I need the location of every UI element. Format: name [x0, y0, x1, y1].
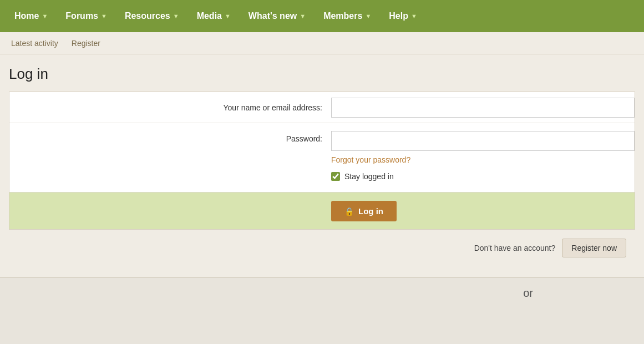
sec-nav-register[interactable]: Register: [65, 32, 107, 54]
nav-forums[interactable]: Forums ▼: [57, 0, 116, 32]
nav-home[interactable]: Home ▼: [6, 0, 57, 32]
register-now-button[interactable]: Register now: [562, 239, 626, 257]
secondary-nav: Latest activity Register: [0, 32, 644, 54]
nav-members-arrow: ▼: [365, 13, 371, 19]
or-section: or: [0, 277, 644, 308]
nav-media-arrow: ▼: [225, 13, 231, 19]
nav-help-label: Help: [389, 11, 408, 21]
nav-members[interactable]: Members ▼: [315, 0, 380, 32]
password-field-row: Password: Forgot your password? Stay log…: [9, 123, 635, 193]
password-input[interactable]: [331, 131, 635, 151]
nav-forums-label: Forums: [65, 11, 98, 21]
login-button[interactable]: 🔒 Log in: [331, 201, 397, 221]
or-text: or: [523, 287, 533, 299]
name-label: Your name or email address:: [9, 103, 331, 112]
sec-nav-latest-activity[interactable]: Latest activity: [4, 32, 65, 54]
nav-help-arrow: ▼: [411, 13, 417, 19]
form-action-bar: 🔒 Log in: [9, 193, 635, 229]
password-label: Password:: [9, 131, 331, 143]
name-input[interactable]: [331, 98, 635, 118]
nav-home-label: Home: [14, 11, 39, 21]
stay-logged-label[interactable]: Stay logged in: [344, 172, 394, 181]
nav-media[interactable]: Media ▼: [188, 0, 240, 32]
nav-members-label: Members: [323, 11, 362, 21]
lock-icon: 🔒: [344, 207, 354, 216]
nav-whats-new[interactable]: What's new ▼: [240, 0, 315, 32]
register-section: Don't have an account? Register now: [9, 230, 635, 266]
nav-resources-label: Resources: [125, 11, 170, 21]
nav-whats-new-label: What's new: [249, 11, 297, 21]
password-input-cell: Forgot your password? Stay logged in: [331, 131, 635, 192]
nav-resources-arrow: ▼: [173, 13, 179, 19]
nav-home-arrow: ▼: [42, 13, 48, 19]
page-content: Log in Your name or email address: Passw…: [0, 54, 644, 277]
forgot-password-link[interactable]: Forgot your password?: [331, 155, 635, 164]
nav-help[interactable]: Help ▼: [380, 0, 426, 32]
name-input-cell: [331, 98, 635, 118]
top-nav: Home ▼ Forums ▼ Resources ▼ Media ▼ What…: [0, 0, 644, 32]
stay-logged-row: Stay logged in: [331, 172, 635, 181]
nav-media-label: Media: [197, 11, 222, 21]
nav-forums-arrow: ▼: [101, 13, 107, 19]
login-button-label: Log in: [358, 206, 383, 216]
stay-logged-checkbox[interactable]: [331, 172, 340, 181]
page-title: Log in: [9, 65, 635, 83]
nav-whats-new-arrow: ▼: [300, 13, 306, 19]
name-field-row: Your name or email address:: [9, 92, 635, 123]
login-form-container: Your name or email address: Password: Fo…: [9, 92, 635, 230]
nav-resources[interactable]: Resources ▼: [116, 0, 188, 32]
no-account-text: Don't have an account?: [474, 244, 556, 252]
